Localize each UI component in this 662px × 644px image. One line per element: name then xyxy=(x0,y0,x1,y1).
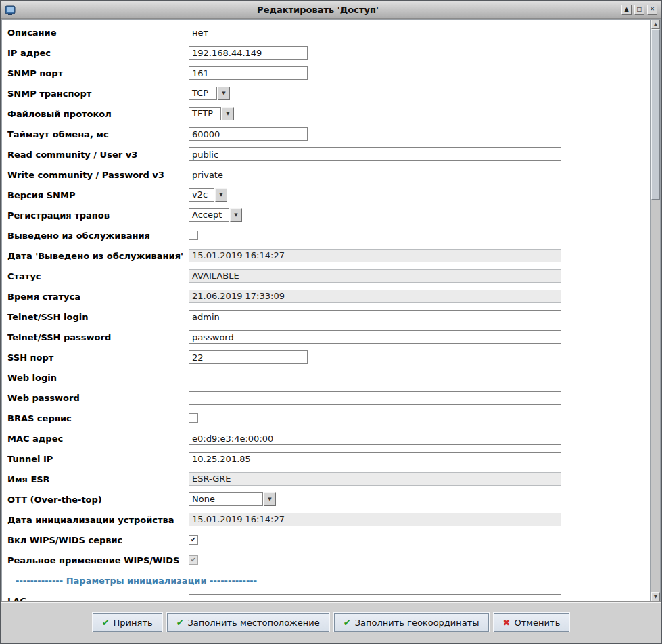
selected-value: None xyxy=(189,492,263,506)
tunnel-ip-input[interactable] xyxy=(189,452,561,465)
dropdown-arrow-icon[interactable]: ▼ xyxy=(264,492,276,506)
form-row: Web password xyxy=(2,388,650,408)
ssh-port-input[interactable] xyxy=(189,350,308,364)
field-label: Read community / User v3 xyxy=(7,150,189,160)
wips-wids-enable-checkbox[interactable]: ✔ xyxy=(189,535,198,545)
field-label: Реальное применение WIPS/WIDS xyxy=(7,555,189,566)
write-community-input[interactable] xyxy=(189,168,561,181)
fill-location-button[interactable]: ✔ Заполнить местоположение xyxy=(167,613,329,632)
init-date-field: 15.01.2019 16:14:27 xyxy=(189,513,561,526)
button-bar: ✔ Принять ✔ Заполнить местоположение ✔ З… xyxy=(1,601,661,643)
form-row: Дата 'Выведено из обслуживания' 15.01.20… xyxy=(2,246,650,266)
field-label: Имя ESR xyxy=(7,474,189,484)
maximize-button[interactable]: □ xyxy=(634,5,644,15)
field-label: Описание xyxy=(7,28,189,38)
window-title: Редактировать 'Доступ' xyxy=(17,5,619,15)
field-label: Выведено из обслуживания xyxy=(7,231,189,241)
selected-value: TCP xyxy=(189,87,217,100)
field-label: OTT (Over-the-top) xyxy=(7,495,189,505)
fill-geocoordinates-button[interactable]: ✔ Заполнить геокоординаты xyxy=(334,613,489,632)
form-row: Tunnel IP xyxy=(2,448,650,469)
field-label: Файловый протокол xyxy=(7,109,189,119)
form-row: BRAS сервис xyxy=(2,408,650,428)
vertical-scrollbar[interactable]: ▲ ▼ xyxy=(651,19,661,602)
form-row: Выведено из обслуживания xyxy=(2,225,650,246)
field-label: Telnet/SSH password xyxy=(7,332,189,342)
out-of-service-checkbox[interactable] xyxy=(189,231,198,240)
form-row-partial: LAG xyxy=(2,591,650,602)
dropdown-arrow-icon[interactable]: ▼ xyxy=(222,107,234,120)
field-label: SSH порт xyxy=(7,352,189,363)
selected-value: TFTP xyxy=(189,107,221,120)
scrollbar-thumb[interactable] xyxy=(651,29,660,200)
field-label: MAC адрес xyxy=(7,434,189,444)
dropdown-arrow-icon[interactable]: ▼ xyxy=(215,188,227,202)
form-row: Версия SNMP v2c ▼ xyxy=(2,185,650,205)
close-button[interactable]: ✕ xyxy=(647,5,657,15)
telnet-ssh-password-input[interactable] xyxy=(189,330,561,344)
selected-value: Accept xyxy=(189,208,229,222)
scroll-down-icon[interactable]: ▼ xyxy=(651,592,660,601)
ip-address-input[interactable] xyxy=(189,46,308,60)
form-row: Дата инициализации устройства 15.01.2019… xyxy=(2,509,650,530)
selected-value: v2c xyxy=(189,188,214,202)
dropdown-arrow-icon[interactable]: ▼ xyxy=(230,208,242,222)
form-row: Read community / User v3 xyxy=(2,144,650,164)
form-row: Таймаут обмена, мс xyxy=(2,124,650,144)
form-row: SNMP порт xyxy=(2,63,650,83)
form-area: Описание IP адрес SNMP порт SNMP транспо… xyxy=(1,19,651,602)
telnet-ssh-login-input[interactable] xyxy=(189,310,561,323)
dropdown-arrow-icon[interactable]: ▼ xyxy=(218,87,230,100)
bras-service-checkbox[interactable] xyxy=(189,413,198,423)
form-row: Реальное применение WIPS/WIDS ✔ xyxy=(2,550,650,570)
window-icon xyxy=(5,5,17,16)
wips-wids-real-checkbox: ✔ xyxy=(189,555,198,565)
snmp-transport-select[interactable]: TCP ▼ xyxy=(189,87,230,100)
snmp-version-select[interactable]: v2c ▼ xyxy=(189,188,227,202)
read-community-input[interactable] xyxy=(189,147,561,161)
field-label: Статус xyxy=(7,271,189,281)
form-row: Telnet/SSH password xyxy=(2,327,650,347)
out-of-service-date-field: 15.01.2019 16:14:27 xyxy=(189,249,561,262)
mac-address-input[interactable] xyxy=(189,432,561,445)
form-row: Описание xyxy=(2,22,650,43)
field-label: Web password xyxy=(7,393,189,403)
web-password-input[interactable] xyxy=(189,391,561,405)
field-label: Таймаут обмена, мс xyxy=(7,129,189,139)
snmp-port-input[interactable] xyxy=(189,66,308,80)
field-label: Регистрация трапов xyxy=(7,210,189,221)
field-label: Web login xyxy=(7,373,189,383)
ott-select[interactable]: None ▼ xyxy=(189,492,276,506)
trap-registration-select[interactable]: Accept ▼ xyxy=(189,208,242,222)
scroll-up-icon[interactable]: ▲ xyxy=(651,20,660,29)
check-icon: ✔ xyxy=(344,618,351,627)
form-row: Регистрация трапов Accept ▼ xyxy=(2,205,650,225)
check-icon: ✔ xyxy=(102,618,110,627)
field-label: Telnet/SSH login xyxy=(7,312,189,322)
form-row: Web login xyxy=(2,367,650,388)
form-row: SNMP транспорт TCP ▼ xyxy=(2,83,650,104)
form-row: Имя ESR ESR-GRE xyxy=(2,469,650,489)
field-label: Write community / Password v3 xyxy=(7,170,189,180)
field-label: SNMP транспорт xyxy=(7,89,189,99)
web-login-input[interactable] xyxy=(189,371,561,384)
cancel-button[interactable]: ✖ Отменить xyxy=(494,613,570,632)
accept-button[interactable]: ✔ Принять xyxy=(93,613,162,632)
form-row: Время статуса 21.06.2019 17:33:09 xyxy=(2,286,650,306)
form-row: MAC адрес xyxy=(2,428,650,448)
description-input[interactable] xyxy=(189,26,561,39)
status-time-field: 21.06.2019 17:33:09 xyxy=(189,290,561,303)
exchange-timeout-input[interactable] xyxy=(189,127,308,141)
shade-button[interactable]: ▲ xyxy=(621,5,632,15)
field-label: IP адрес xyxy=(7,48,189,58)
field-label: Дата 'Выведено из обслуживания' xyxy=(7,251,189,261)
field-label: Версия SNMP xyxy=(7,190,189,200)
form-row: Write community / Password v3 xyxy=(2,164,650,185)
field-label: Tunnel IP xyxy=(7,454,189,464)
field-label: SNMP порт xyxy=(7,68,189,78)
form-row: Вкл WIPS/WIDS сервис ✔ xyxy=(2,530,650,550)
form-row: Статус AVAILABLE xyxy=(2,266,650,286)
file-protocol-select[interactable]: TFTP ▼ xyxy=(189,107,234,120)
field-label: Время статуса xyxy=(7,292,189,302)
init-params-section-header: ------------- Параметры инициализации --… xyxy=(2,570,650,591)
